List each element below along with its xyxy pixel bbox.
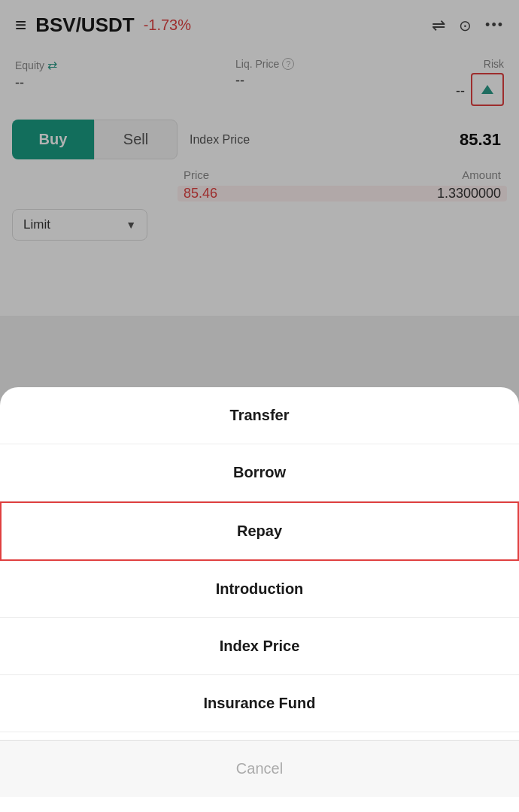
sheet-item-introduction-label: Introduction	[216, 580, 304, 598]
sheet-item-repay-label: Repay	[237, 523, 282, 540]
sheet-cancel-label: Cancel	[236, 760, 283, 777]
sheet-item-repay[interactable]: Repay	[0, 501, 519, 561]
sheet-item-introduction[interactable]: Introduction	[0, 561, 519, 618]
sheet-item-transfer-label: Transfer	[230, 407, 290, 424]
sheet-item-borrow[interactable]: Borrow	[0, 444, 519, 501]
sheet-item-insurance-fund-label: Insurance Fund	[204, 695, 316, 712]
sheet-item-index-price[interactable]: Index Price	[0, 618, 519, 675]
sheet-cancel-button[interactable]: Cancel	[0, 740, 519, 797]
sheet-item-borrow-label: Borrow	[233, 464, 286, 481]
sheet-item-transfer[interactable]: Transfer	[0, 387, 519, 444]
sheet-item-insurance-fund[interactable]: Insurance Fund	[0, 675, 519, 732]
bottom-sheet-modal: Transfer Borrow Repay Introduction Index…	[0, 387, 519, 812]
sheet-item-index-price-label: Index Price	[220, 638, 300, 655]
